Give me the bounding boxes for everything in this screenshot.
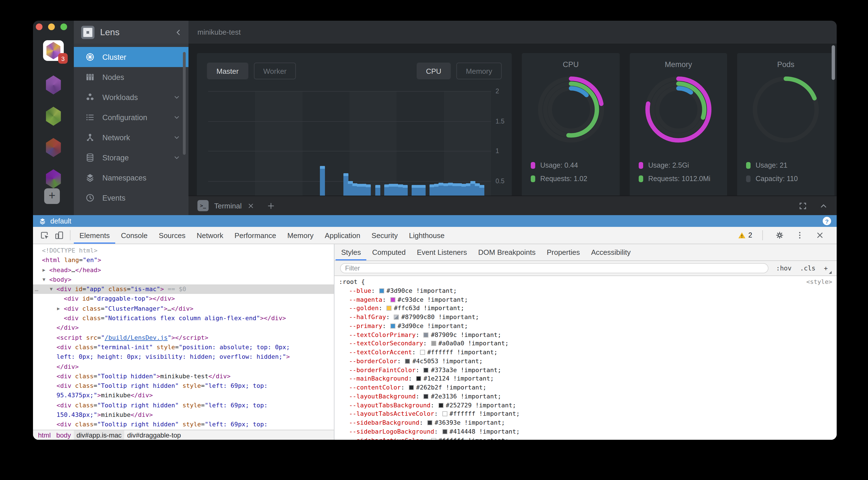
- devtools-close-icon[interactable]: [815, 231, 825, 240]
- dom-tree-line[interactable]: <div class="Tooltip right hidden" style=…: [33, 401, 334, 410]
- color-swatch[interactable]: [424, 394, 429, 399]
- styles-filter-input[interactable]: [340, 263, 768, 273]
- sidebar-item-namespaces[interactable]: Namespaces: [74, 168, 188, 188]
- css-declaration[interactable]: --borderFaintColor: #373a3e !important;: [339, 366, 837, 375]
- css-declaration[interactable]: --layoutTabsActiveColor: #ffffff !import…: [339, 410, 837, 419]
- terminal-tab-close-icon[interactable]: [247, 202, 254, 209]
- terminal-tab[interactable]: Terminal: [214, 201, 242, 210]
- color-swatch[interactable]: [431, 341, 436, 346]
- toggle-hover-state-button[interactable]: :hov: [776, 264, 792, 272]
- css-declaration[interactable]: --blue: #3d90ce !important;: [339, 287, 837, 296]
- dock-expand-icon[interactable]: [819, 201, 828, 210]
- dom-tree-line[interactable]: <div class="Tooltip right hidden" style=…: [33, 381, 334, 391]
- dom-tree-line[interactable]: <!DOCTYPE html>: [33, 246, 334, 255]
- dock-fullscreen-icon[interactable]: [799, 201, 807, 210]
- color-swatch[interactable]: [379, 288, 384, 294]
- node-tab-master[interactable]: Master: [207, 63, 248, 79]
- dom-tree-line[interactable]: <div class="Tooltip hidden">minikube-tes…: [33, 372, 334, 381]
- sidebar-item-nodes[interactable]: Nodes: [74, 67, 188, 87]
- new-terminal-tab-icon[interactable]: [267, 201, 275, 210]
- toggle-classes-button[interactable]: .cls: [800, 264, 815, 272]
- node-tab-worker[interactable]: Worker: [254, 63, 296, 79]
- dom-tree-line[interactable]: ▼<body>: [33, 275, 334, 285]
- cluster-icon-cluster-5[interactable]: [45, 169, 62, 188]
- devtools-tab-performance[interactable]: Performance: [229, 227, 282, 244]
- devtools-tab-network[interactable]: Network: [191, 227, 229, 244]
- color-swatch[interactable]: [394, 315, 399, 320]
- css-declaration[interactable]: --golden: #ffc63d !important;: [339, 304, 837, 313]
- color-swatch[interactable]: [438, 403, 443, 408]
- devtools-tab-application[interactable]: Application: [319, 227, 366, 244]
- sidebar-item-storage[interactable]: Storage: [74, 147, 188, 168]
- window-minimize-button[interactable]: [48, 24, 55, 30]
- dom-tree[interactable]: <!DOCTYPE html><html lang="en">▶<head>…<…: [33, 244, 334, 430]
- sidebar-item-events[interactable]: Events: [74, 188, 188, 208]
- styles-tab-accessibility[interactable]: Accessibility: [586, 244, 637, 261]
- dashboard-scrollbar[interactable]: [832, 45, 835, 80]
- dom-tree-line[interactable]: 95.4375px;">minikube</div>: [33, 391, 334, 401]
- devtools-tab-security[interactable]: Security: [366, 227, 404, 244]
- dom-tree-line[interactable]: <div class="terminal-init" style="positi…: [33, 343, 334, 352]
- dom-tree-line[interactable]: <script src="/build/LensDev.js"></script…: [33, 333, 334, 343]
- warning-counter[interactable]: 2: [738, 231, 752, 239]
- namespace-label[interactable]: default: [50, 217, 71, 225]
- css-declaration[interactable]: --magenta: #c93dce !important;: [339, 295, 837, 304]
- window-zoom-button[interactable]: [60, 24, 67, 30]
- css-declaration[interactable]: --sidebarLogoBackground: #414448 !import…: [339, 427, 837, 437]
- cluster-icon-cluster-2[interactable]: [45, 75, 62, 95]
- device-toolbar-icon[interactable]: [54, 230, 64, 240]
- css-declaration[interactable]: --sidebarActiveColor: #ffffff !important…: [339, 436, 837, 440]
- css-declaration[interactable]: --textColorAccent: #ffffff !important;: [339, 348, 837, 357]
- styles-tab-computed[interactable]: Computed: [367, 244, 411, 261]
- dom-tree-line[interactable]: …▼<div id="app" class="is-mac"> == $0: [33, 284, 334, 294]
- expand-arrow-icon[interactable]: ▶: [57, 304, 60, 314]
- expand-arrow-icon[interactable]: ▶: [42, 265, 45, 275]
- devtools-tab-elements[interactable]: Elements: [74, 227, 115, 244]
- sidebar-collapse-icon[interactable]: [174, 28, 183, 37]
- breadcrumb-body[interactable]: body: [54, 430, 73, 440]
- styles-tab-event-listeners[interactable]: Event Listeners: [411, 244, 473, 261]
- color-swatch[interactable]: [416, 376, 421, 381]
- sidebar-item-workloads[interactable]: Workloads: [74, 87, 188, 107]
- dom-tree-line[interactable]: ▶<head>…</head>: [33, 265, 334, 275]
- color-swatch[interactable]: [420, 350, 425, 355]
- dom-tree-line[interactable]: <div id="draggable-top"></div>: [33, 294, 334, 304]
- css-declaration[interactable]: --layoutBackground: #2e3136 !important;: [339, 392, 837, 401]
- devtools-tab-sources[interactable]: Sources: [153, 227, 191, 244]
- css-declaration[interactable]: --mainBackground: #1e2124 !important;: [339, 375, 837, 384]
- inspect-element-icon[interactable]: [40, 230, 50, 240]
- color-swatch[interactable]: [442, 412, 447, 417]
- color-swatch[interactable]: [424, 367, 429, 372]
- styles-tab-styles[interactable]: Styles: [336, 244, 367, 261]
- sidebar-item-network[interactable]: Network: [74, 127, 188, 147]
- color-swatch[interactable]: [431, 438, 436, 440]
- color-swatch[interactable]: [386, 306, 392, 311]
- css-declaration[interactable]: --layoutTabsBackground: #252729 !importa…: [339, 401, 837, 410]
- dom-tree-line[interactable]: <div class="Notifications flex column al…: [33, 313, 334, 323]
- dom-tree-line[interactable]: </div>: [33, 362, 334, 372]
- sidebar-item-cluster[interactable]: Cluster: [74, 47, 188, 67]
- color-swatch[interactable]: [424, 332, 429, 337]
- dom-tree-line[interactable]: ▶<div class="ClusterManager">…</div>: [33, 304, 334, 314]
- css-declaration[interactable]: --borderColor: #4c5053 !important;: [339, 357, 837, 366]
- breadcrumb-div#draggable-top[interactable]: div#draggable-top: [124, 430, 184, 440]
- dom-tree-line[interactable]: left: 0px; height: 0px; visibility: hidd…: [33, 352, 334, 362]
- styles-tab-dom-breakpoints[interactable]: DOM Breakpoints: [473, 244, 541, 261]
- css-declaration[interactable]: --contentColor: #262b2f !important;: [339, 383, 837, 392]
- metric-tab-cpu[interactable]: CPU: [416, 63, 451, 79]
- color-swatch[interactable]: [391, 323, 395, 329]
- devtools-tab-lighthouse[interactable]: Lighthouse: [404, 227, 450, 244]
- devtools-menu-icon[interactable]: [795, 231, 804, 240]
- new-style-rule-button[interactable]: +: [824, 264, 831, 272]
- devtools-tab-memory[interactable]: Memory: [282, 227, 319, 244]
- css-rules[interactable]: <style> :root { --blue: #3d90ce !importa…: [335, 276, 837, 440]
- rule-origin[interactable]: <style>: [806, 278, 832, 287]
- color-swatch[interactable]: [391, 297, 395, 302]
- devtools-settings-icon[interactable]: [775, 231, 784, 240]
- cluster-icon-cluster-minikube[interactable]: 3: [43, 40, 64, 61]
- sidebar-scrollbar[interactable]: [183, 52, 186, 155]
- breadcrumb-html[interactable]: html: [35, 430, 54, 440]
- styles-tab-properties[interactable]: Properties: [541, 244, 586, 261]
- css-declaration[interactable]: --primary: #3d90ce !important;: [339, 322, 837, 331]
- sidebar-item-configuration[interactable]: Configuration: [74, 107, 188, 127]
